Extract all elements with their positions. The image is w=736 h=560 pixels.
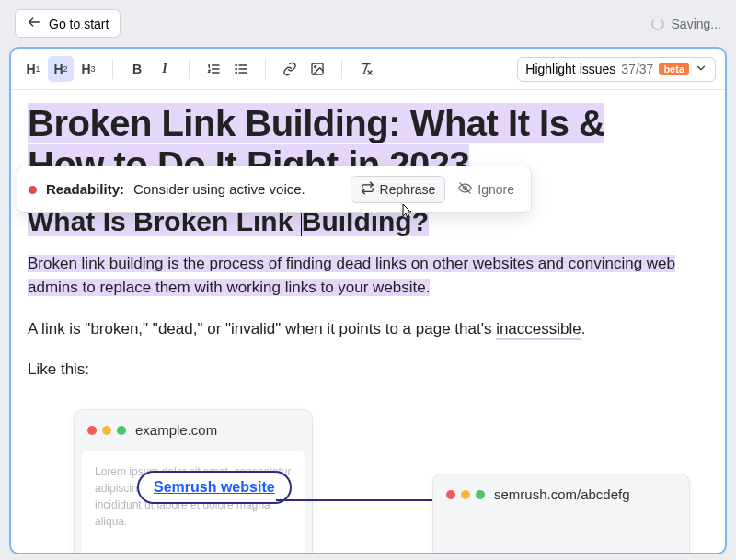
browser-body: Lorem ipsum dolor sit amet, consectetur …: [82, 451, 305, 554]
toolbar-divider: [112, 59, 113, 79]
browser-address: semrush.com/abcdefg: [494, 484, 630, 505]
highlight-issues-label: Highlight issues: [525, 62, 615, 76]
chevron-down-icon: [695, 62, 707, 77]
top-bar: Go to start Saving...: [0, 0, 736, 47]
italic-button[interactable]: I: [152, 56, 178, 82]
insert-group: [277, 56, 330, 82]
link-chip: Semrush website: [137, 471, 292, 504]
unordered-list-button[interactable]: [228, 56, 254, 82]
spinner-icon: [651, 17, 664, 30]
format-group: B I: [124, 56, 178, 82]
ignore-button[interactable]: Ignore: [453, 177, 520, 202]
beta-badge: beta: [659, 63, 689, 75]
rephrase-button[interactable]: Rephrase: [351, 176, 446, 203]
refresh-icon: [361, 181, 374, 198]
rephrase-label: Rephrase: [380, 182, 436, 197]
illustration: example.com Lorem ipsum dolor sit amet, …: [28, 409, 708, 554]
heading-group: H1 H2 H3: [20, 56, 101, 82]
editor-toolbar: H1 H2 H3 B I: [11, 49, 725, 90]
browser-bar: semrush.com/abcdefg: [433, 474, 689, 514]
browser-mock-right: semrush.com/abcdefg: [432, 474, 690, 554]
traffic-lights-icon: [87, 426, 126, 435]
editor-content[interactable]: Broken Link Building: What It Is & How t…: [11, 90, 725, 554]
link-button[interactable]: [277, 56, 303, 82]
highlight-issues-count: 37/37: [621, 62, 653, 76]
svg-point-11: [315, 66, 316, 68]
paragraph: Like this:: [28, 358, 708, 382]
suggestion-popover: Readability: Consider using active voice…: [17, 166, 532, 213]
traffic-lights-icon: [446, 490, 485, 499]
clear-format-button[interactable]: [353, 56, 379, 82]
severity-dot-icon: [29, 186, 37, 194]
editor-panel: H1 H2 H3 B I: [9, 47, 727, 554]
svg-point-7: [236, 64, 236, 65]
browser-address: example.com: [135, 419, 217, 440]
h2-button[interactable]: H2: [48, 56, 74, 82]
browser-mock-left: example.com Lorem ipsum dolor sit amet, …: [74, 409, 313, 554]
browser-bar: example.com: [75, 410, 312, 450]
list-group: [201, 56, 254, 82]
svg-point-9: [236, 72, 236, 73]
image-button[interactable]: [305, 56, 330, 82]
paragraph: Broken link building is the process of f…: [28, 252, 708, 301]
ignore-label: Ignore: [477, 182, 514, 197]
suggestion-category: Readability:: [46, 178, 124, 200]
toolbar-divider: [341, 59, 342, 79]
toolbar-left: H1 H2 H3 B I: [20, 56, 379, 82]
h3-button[interactable]: H3: [75, 56, 101, 82]
arrow-left-icon: [27, 15, 41, 32]
suggestion-message: Consider using active voice.: [133, 178, 305, 200]
bold-button[interactable]: B: [124, 56, 150, 82]
saving-indicator: Saving...: [651, 17, 721, 31]
eye-off-icon: [458, 181, 472, 198]
ordered-list-button[interactable]: [201, 56, 226, 82]
paragraph: A link is "broken," "dead," or "invalid"…: [28, 317, 708, 341]
go-to-start-label: Go to start: [49, 17, 109, 31]
highlight-issues-button[interactable]: Highlight issues 37/37 beta: [517, 57, 716, 82]
h1-button[interactable]: H1: [20, 56, 46, 82]
toolbar-divider: [189, 59, 190, 79]
go-to-start-button[interactable]: Go to start: [15, 9, 121, 38]
toolbar-divider: [265, 59, 266, 79]
svg-point-8: [236, 68, 236, 69]
saving-label: Saving...: [672, 17, 721, 31]
